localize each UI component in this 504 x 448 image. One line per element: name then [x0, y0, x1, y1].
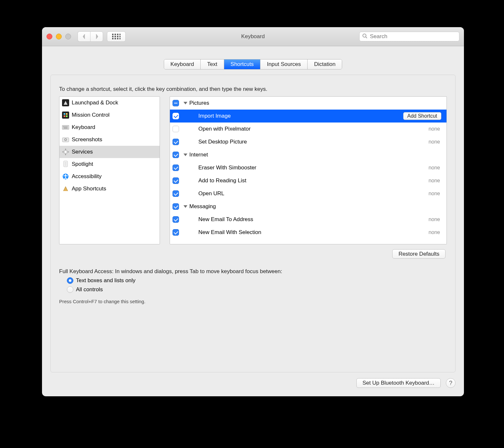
svg-point-38 — [65, 174, 66, 176]
sidebar-item-label: App Shortcuts — [72, 186, 106, 192]
checkbox[interactable] — [173, 126, 179, 132]
item-set-desktop-picture[interactable]: Set Desktop Picture none — [170, 135, 446, 148]
svg-rect-24 — [64, 128, 68, 128]
setup-bluetooth-keyboard-button[interactable]: Set Up Bluetooth Keyboard… — [356, 378, 441, 388]
svg-rect-7 — [120, 36, 121, 37]
svg-point-28 — [65, 151, 67, 153]
group-label: Messaging — [189, 203, 441, 210]
item-new-email-to-address[interactable]: New Email To Address none — [170, 213, 446, 226]
sidebar-item-label: Keyboard — [72, 124, 95, 131]
shortcut-value: none — [428, 217, 440, 222]
item-new-email-with-selection[interactable]: New Email With Selection none — [170, 226, 446, 239]
sidebar-item-launchpad-dock[interactable]: Launchpad & Dock — [59, 97, 160, 109]
back-button[interactable] — [78, 31, 90, 42]
checkbox[interactable] — [173, 203, 179, 210]
preferences-window: Keyboard Keyboard Text Shortcuts Input S… — [42, 27, 464, 396]
svg-rect-1 — [115, 34, 116, 35]
item-eraser-with-simbooster[interactable]: Eraser With Simbooster none — [170, 161, 446, 174]
checkbox[interactable] — [173, 229, 179, 236]
tab-bar: Keyboard Text Shortcuts Input Sources Di… — [164, 59, 342, 69]
minimize-window-button[interactable] — [56, 34, 62, 39]
item-add-to-reading-list[interactable]: Add to Reading List none — [170, 174, 446, 187]
svg-rect-21 — [65, 126, 66, 127]
category-list[interactable]: Launchpad & Dock Mission Control — [59, 96, 160, 244]
sidebar-item-keyboard[interactable]: Keyboard — [59, 121, 160, 133]
checkbox[interactable] — [173, 190, 179, 197]
checkbox[interactable] — [173, 216, 179, 223]
tab-keyboard[interactable]: Keyboard — [164, 59, 201, 69]
fka-hint: Press Control+F7 to change this setting. — [59, 299, 447, 304]
sidebar-item-label: Services — [72, 149, 93, 155]
group-internet[interactable]: Internet — [170, 148, 446, 161]
disclosure-triangle-icon[interactable] — [184, 102, 187, 104]
window-controls — [47, 34, 71, 39]
group-messaging[interactable]: Messaging — [170, 200, 446, 213]
checkbox[interactable] — [173, 100, 179, 106]
item-open-url[interactable]: Open URL none — [170, 187, 446, 200]
item-label: Open URL — [198, 190, 428, 197]
instructions-text: To change a shortcut, select it, click t… — [59, 86, 447, 92]
shortcut-value: none — [428, 229, 440, 235]
item-open-with-pixelmator[interactable]: Open with Pixelmator none — [170, 123, 446, 135]
svg-rect-18 — [62, 125, 69, 129]
mission-control-icon — [62, 112, 69, 119]
svg-point-12 — [363, 34, 366, 37]
sidebar-item-app-shortcuts[interactable]: App Shortcuts — [59, 183, 160, 195]
radio-button[interactable] — [67, 286, 73, 293]
radio-button[interactable] — [67, 277, 73, 284]
group-label: Internet — [189, 152, 441, 158]
sidebar-item-screenshots[interactable]: Screenshots — [59, 133, 160, 146]
forward-button[interactable] — [90, 31, 103, 42]
item-import-image[interactable]: Import Image Add Shortcut — [170, 110, 446, 123]
help-button[interactable]: ? — [446, 378, 456, 388]
tab-shortcuts[interactable]: Shortcuts — [224, 59, 261, 69]
search-field[interactable] — [359, 32, 459, 41]
svg-rect-5 — [115, 36, 116, 37]
disclosure-triangle-icon[interactable] — [184, 154, 187, 156]
sidebar-item-services[interactable]: Services — [59, 146, 160, 158]
shortcut-list[interactable]: Pictures Import Image Add Shortcut Open … — [170, 96, 447, 244]
radio-all-controls[interactable]: All controls — [67, 286, 447, 293]
svg-rect-19 — [63, 126, 64, 127]
app-shortcuts-icon — [62, 185, 69, 192]
item-label: Add to Reading List — [198, 177, 428, 184]
sidebar-item-spotlight[interactable]: Spotlight — [59, 158, 160, 170]
shortcut-value: none — [428, 165, 440, 171]
spotlight-icon — [62, 161, 69, 168]
svg-rect-9 — [115, 38, 116, 39]
checkbox[interactable] — [173, 113, 179, 119]
svg-rect-6 — [117, 36, 118, 37]
tab-dictation[interactable]: Dictation — [308, 59, 342, 69]
checkbox[interactable] — [173, 152, 179, 158]
svg-rect-25 — [62, 138, 69, 142]
restore-defaults-button[interactable]: Restore Defaults — [392, 249, 446, 259]
group-pictures[interactable]: Pictures — [170, 97, 446, 110]
svg-rect-17 — [66, 115, 68, 117]
close-window-button[interactable] — [47, 34, 52, 39]
tab-text[interactable]: Text — [201, 59, 224, 69]
svg-rect-15 — [66, 113, 68, 115]
radio-text-boxes-only[interactable]: Text boxes and lists only — [67, 277, 447, 284]
show-all-button[interactable] — [107, 31, 126, 42]
item-label: Eraser With Simbooster — [198, 165, 428, 171]
checkbox[interactable] — [173, 165, 179, 171]
add-shortcut-button[interactable]: Add Shortcut — [403, 112, 442, 120]
sidebar-item-accessibility[interactable]: Accessibility — [59, 170, 160, 183]
zoom-window-button[interactable] — [65, 34, 71, 39]
checkbox[interactable] — [173, 139, 179, 145]
checkbox[interactable] — [173, 177, 179, 184]
group-label: Pictures — [189, 100, 441, 106]
disclosure-triangle-icon[interactable] — [184, 205, 187, 208]
search-input[interactable] — [369, 33, 457, 40]
sidebar-item-mission-control[interactable]: Mission Control — [59, 109, 160, 121]
tab-input-sources[interactable]: Input Sources — [260, 59, 308, 69]
svg-rect-10 — [117, 38, 118, 39]
svg-rect-14 — [64, 113, 65, 115]
sidebar-item-label: Screenshots — [72, 136, 102, 143]
titlebar: Keyboard — [42, 27, 464, 46]
svg-line-13 — [366, 37, 367, 38]
launchpad-icon — [62, 99, 69, 106]
toolbar-nav — [78, 31, 126, 42]
svg-rect-8 — [112, 38, 113, 39]
item-label: New Email With Selection — [198, 229, 428, 236]
